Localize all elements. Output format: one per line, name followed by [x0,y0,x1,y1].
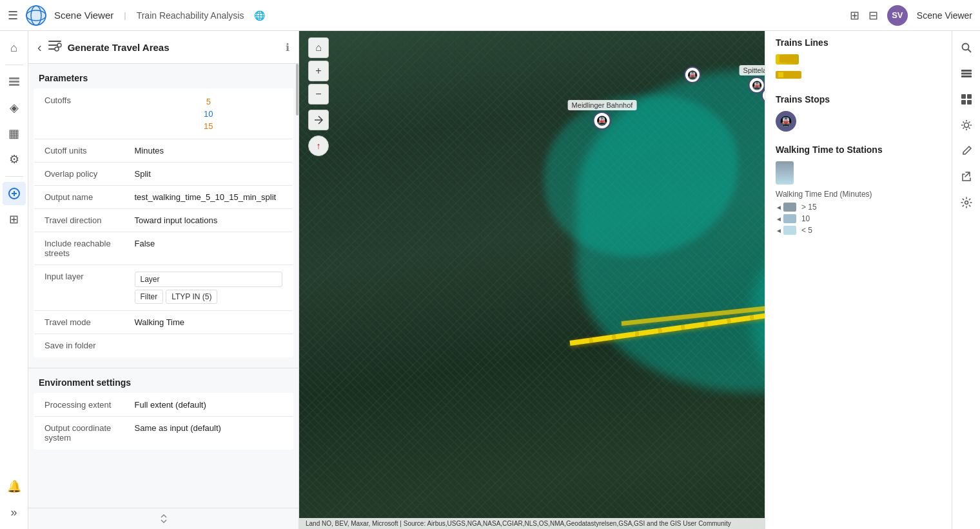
walking-indicator-gt15: ◄ [776,203,796,212]
processing-extent-row: Processing extent Full extent (default) [34,394,293,417]
walking-swatch-gt15 [783,203,796,212]
filter-row: Filter LTYP IN (5) [135,290,283,304]
include-reachable-label: Include reachable streets [34,232,124,265]
travel-mode-row: Travel mode Walking Time [34,311,293,334]
attribution-text: Land NO, BEV, Maxar, Microsoft | Source:… [306,520,731,527]
filter-value: LTYP IN (5) [166,290,217,304]
save-folder-row: Save in folder [34,334,293,357]
overlap-policy-value: Split [124,163,293,186]
processing-extent-label: Processing extent [34,394,124,417]
main-layout: ⌂ ◈ ▦ ⚙ ⊞ 🔔 » ‹ Generate Travel Areas ℹ [0,31,980,529]
svg-line-27 [963,128,964,129]
home-map-button[interactable]: ⌂ [308,37,329,58]
walking-row-gt15: ◄ > 15 [776,203,941,212]
travel-direction-row: Travel direction Toward input locations [34,209,293,232]
right-panel: Layers Legend × Trains Lines [765,31,952,529]
walking-label-gt15: > 15 [801,203,817,212]
output-name-row: Output name test_walking_time_5_10_15_mi… [34,186,293,209]
walking-time-title: Walking Time to Stations [776,145,941,155]
draw-icon-btn[interactable] [955,139,978,163]
svg-rect-6 [9,77,19,79]
grid-icon-btn[interactable] [955,88,978,111]
input-layer-row: Input layer Layer Filter LTYP IN (5) [34,265,293,311]
maximize-icon[interactable]: ⊞ [850,8,859,23]
sidebar-item-settings[interactable]: ⚙ [3,148,26,171]
topbar-right: ⊞ ⊟ SV Scene Viewer [850,5,972,26]
trains-stops-title: Trains Stops [776,94,941,105]
walking-label-10: 10 [801,214,810,223]
output-name-label: Output name [34,186,124,209]
panel-title: Generate Travel Areas [68,42,280,53]
cutoff-units-label: Cutoff units [34,139,124,163]
panel-header: ‹ Generate Travel Areas ℹ [28,31,299,64]
travel-mode-value: Walking Time [124,311,293,334]
back-button[interactable]: ‹ [37,40,42,55]
compass-button[interactable]: ↑ [308,135,329,156]
svg-line-25 [968,128,970,129]
widget-settings-icon-btn[interactable] [955,191,978,214]
layers-icon-btn[interactable] [955,62,978,85]
overlap-policy-label: Overlap policy [34,163,124,186]
processing-extent-value: Full extent (default) [124,394,293,417]
sidebar-item-layers[interactable] [3,70,26,94]
expand-button[interactable] [28,508,299,529]
trains-lines-symbol [776,68,941,81]
output-name-value: test_walking_time_5_10_15_min_split [124,186,293,209]
zoom-out-button[interactable]: − [308,84,329,105]
svg-point-19 [964,123,968,128]
input-layer-label: Input layer [34,265,124,311]
params-title: Parameters [28,64,299,88]
sidebar-item-expand[interactable]: » [3,501,26,524]
globe-icon: 🌐 [254,10,265,21]
legend-body[interactable]: Trains Lines Trains Stops [765,31,952,529]
username: Scene Viewer [917,10,972,21]
sidebar-item-table[interactable]: ▦ [3,122,26,145]
save-folder-label: Save in folder [34,334,124,357]
menu-icon[interactable]: ☰ [8,8,18,23]
sidebar-item-notifications[interactable]: 🔔 [3,475,26,498]
share-icon-btn[interactable] [955,165,978,188]
presentation-icon[interactable]: ⊟ [868,8,878,23]
zoom-in-button[interactable]: + [308,61,329,81]
svg-rect-4 [9,84,19,86]
svg-rect-12 [961,75,972,77]
trains-lines-title: Trains Lines [776,37,941,48]
sidebar-item-bookmark[interactable]: ◈ [3,96,26,119]
sidebar-item-analysis[interactable] [3,182,26,205]
search-icon-btn[interactable] [955,36,978,59]
walking-gradient-icon [776,161,794,185]
avatar[interactable]: SV [887,5,908,26]
env-params-table: Processing extent Full extent (default) … [34,393,293,450]
svg-rect-18 [967,100,972,105]
trains-stops-item: 🚇 [776,111,941,132]
cutoff-units-value: Minutes [124,139,293,163]
sun-icon-btn[interactable] [955,114,978,137]
trains-lines-item [776,54,941,65]
svg-rect-5 [9,81,19,83]
tilt-button[interactable] [308,110,329,130]
svg-point-9 [55,47,59,51]
sidebar-item-grid[interactable]: ⊞ [3,208,26,231]
walking-row-lt5: ◄ < 5 [776,226,941,235]
output-coord-value: Same as input (default) [124,417,293,450]
panel-body[interactable]: Parameters Cutoffs 5 10 15 Cutoff units … [28,64,299,508]
station-top1[interactable]: 🚇 [684,66,701,83]
station-meidling[interactable]: Meidlinger Bahnhof 🚇 [568,100,637,130]
params-table: Cutoffs 5 10 15 Cutoff units Minutes Ove… [34,88,293,357]
station-meidling-icon: 🚇 [593,112,611,130]
overlap-policy-row: Overlap policy Split [34,163,293,186]
svg-line-24 [963,122,964,123]
svg-line-26 [968,122,970,123]
trains-lines-icon [776,54,799,65]
walking-swatch-10 [783,214,796,223]
line-symbol [776,71,801,79]
svg-point-28 [965,201,968,205]
sidebar-item-home[interactable]: ⌂ [3,36,26,59]
cutoff-5: 5 [135,95,283,108]
station-top1-icon: 🚇 [684,66,701,83]
input-layer-box: Layer [135,272,283,287]
map-controls: ⌂ + − ↑ [308,37,329,156]
info-icon[interactable]: ℹ [286,41,289,54]
topbar: ☰ Scene Viewer | Train Reachability Anal… [0,0,980,31]
left-panel: ‹ Generate Travel Areas ℹ Parameters Cut… [28,31,299,529]
